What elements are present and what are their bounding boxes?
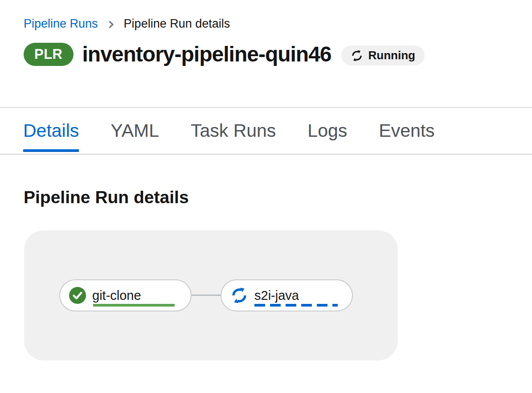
breadcrumb-current-page: Pipeline Run details [124, 17, 230, 31]
tab-details[interactable]: Details [23, 108, 79, 154]
tab-bar: Details YAML Task Runs Logs Events [0, 107, 532, 155]
task-node-git-clone[interactable]: git-clone [59, 279, 192, 311]
tab-task-runs[interactable]: Task Runs [191, 108, 276, 154]
chevron-right-icon [106, 20, 116, 29]
task-progress-bar-running [254, 304, 338, 307]
pipeline-run-details-page: Pipeline Runs Pipeline Run details PLR i… [0, 0, 532, 393]
task-connector-line [191, 295, 221, 296]
status-label: Running [368, 49, 415, 62]
task-node-s2i-java[interactable]: s2i-java [221, 279, 353, 311]
section-heading: Pipeline Run details [24, 188, 532, 207]
check-circle-icon [69, 287, 86, 304]
status-badge: Running [341, 45, 425, 66]
page-title: inventory-pipeline-quin46 [82, 42, 331, 66]
tab-logs[interactable]: Logs [307, 108, 347, 154]
tab-events[interactable]: Events [379, 108, 434, 154]
resource-kind-badge: PLR [24, 43, 74, 66]
in-progress-icon [230, 287, 248, 304]
page-header: PLR inventory-pipeline-quin46 Running [24, 42, 532, 66]
breadcrumb-link-pipeline-runs[interactable]: Pipeline Runs [24, 17, 98, 31]
tab-yaml[interactable]: YAML [110, 108, 159, 154]
sync-icon [351, 49, 363, 62]
task-label: git-clone [92, 288, 141, 303]
pipeline-visualization-panel: git-clone s2i-java [24, 230, 398, 360]
task-progress-bar-succeeded [93, 304, 175, 307]
breadcrumb: Pipeline Runs Pipeline Run details [0, 0, 532, 31]
task-label: s2i-java [254, 288, 299, 303]
